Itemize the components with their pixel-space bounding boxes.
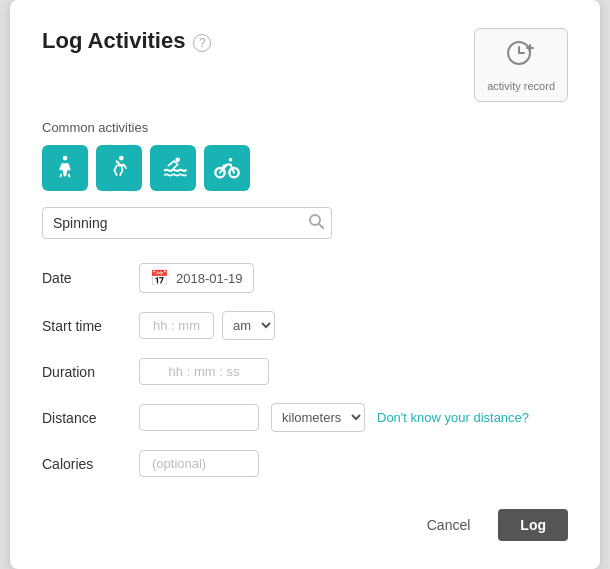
svg-point-6 xyxy=(119,156,124,161)
start-time-label: Start time xyxy=(42,318,127,334)
modal-header: Log Activities ? activity record xyxy=(42,28,568,102)
date-label: Date xyxy=(42,270,127,286)
log-button[interactable]: Log xyxy=(498,509,568,541)
activity-icons-row xyxy=(42,145,568,191)
calendar-icon: 📅 xyxy=(150,269,169,287)
distance-row: Distance kilometers miles Don't know you… xyxy=(42,403,568,432)
activity-record-button[interactable]: activity record xyxy=(474,28,568,102)
walking-activity-button[interactable] xyxy=(42,145,88,191)
title-area: Log Activities ? xyxy=(42,28,211,54)
activity-record-icon xyxy=(505,37,537,76)
running-activity-button[interactable] xyxy=(96,145,142,191)
calories-label: Calories xyxy=(42,456,127,472)
search-wrapper xyxy=(42,207,332,239)
time-input[interactable]: hh : mm xyxy=(139,312,214,339)
swimming-activity-button[interactable] xyxy=(150,145,196,191)
search-input[interactable] xyxy=(42,207,332,239)
date-input-wrapper[interactable]: 📅 2018-01-19 xyxy=(139,263,254,293)
cancel-button[interactable]: Cancel xyxy=(411,509,487,541)
help-icon[interactable]: ? xyxy=(193,34,211,52)
form-section: Date 📅 2018-01-19 Start time hh : mm am … xyxy=(42,263,568,477)
dont-know-link[interactable]: Don't know your distance? xyxy=(377,410,529,425)
calories-input[interactable]: (optional) xyxy=(139,450,259,477)
time-input-wrapper: hh : mm am pm xyxy=(139,311,275,340)
svg-point-10 xyxy=(229,158,233,162)
search-row xyxy=(42,207,568,239)
search-icon xyxy=(308,213,324,229)
start-time-row: Start time hh : mm am pm xyxy=(42,311,568,340)
search-button[interactable] xyxy=(308,213,324,233)
log-activities-modal: Log Activities ? activity record Common … xyxy=(10,0,600,569)
svg-line-12 xyxy=(319,224,323,228)
unit-select[interactable]: kilometers miles xyxy=(271,403,365,432)
cycling-activity-button[interactable] xyxy=(204,145,250,191)
distance-input[interactable] xyxy=(139,404,259,431)
date-value: 2018-01-19 xyxy=(176,271,243,286)
date-row: Date 📅 2018-01-19 xyxy=(42,263,568,293)
duration-label: Duration xyxy=(42,364,127,380)
duration-input[interactable]: hh : mm : ss xyxy=(139,358,269,385)
calories-row: Calories (optional) xyxy=(42,450,568,477)
distance-label: Distance xyxy=(42,410,127,426)
duration-row: Duration hh : mm : ss xyxy=(42,358,568,385)
modal-footer: Cancel Log xyxy=(42,509,568,541)
svg-point-7 xyxy=(175,158,180,163)
activity-record-label: activity record xyxy=(487,80,555,93)
modal-title: Log Activities xyxy=(42,28,185,54)
svg-point-5 xyxy=(63,156,68,161)
common-activities-label: Common activities xyxy=(42,120,568,135)
ampm-select[interactable]: am pm xyxy=(222,311,275,340)
